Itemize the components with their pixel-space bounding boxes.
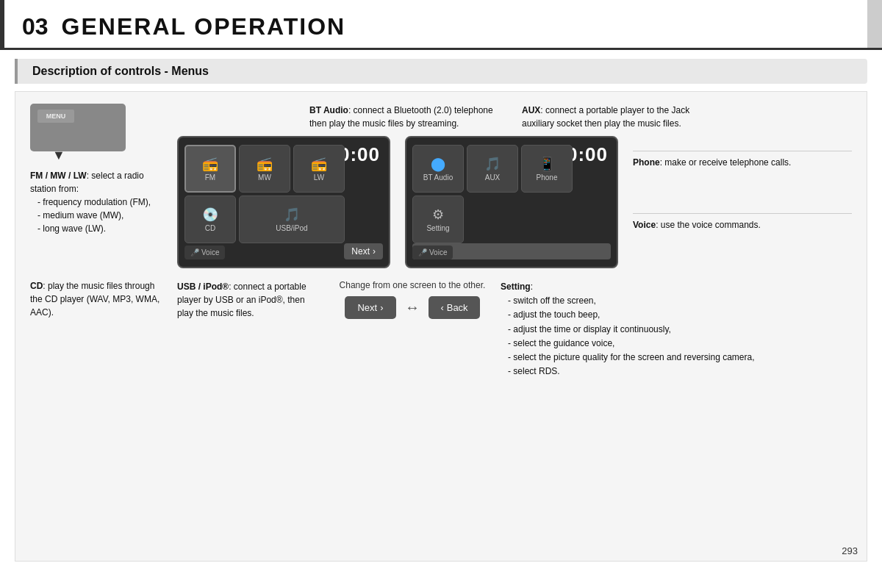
setting-item-3: adjust the time or display it continuous… — [508, 323, 852, 337]
main-content: MENU ▼ FM / MW / LW: select a radio stat… — [15, 91, 867, 562]
screen1-next-button[interactable]: Next › — [344, 243, 383, 259]
double-arrow-icon: ↔ — [405, 299, 420, 316]
setting-item-2: adjust the touch beep, — [508, 308, 852, 322]
screen-1: 10:00 📻 FM 📻 MW 📻 LW — [177, 136, 390, 268]
screen1-voice-button[interactable]: 🎤 Voice — [184, 245, 225, 259]
next-nav-button[interactable]: Next › — [345, 296, 396, 319]
mw-button[interactable]: 📻 MW — [239, 145, 290, 193]
setting-item-5: select the picture quality for the scree… — [508, 351, 852, 365]
page-header: 03 GENERAL OPERATION — [0, 0, 882, 50]
setting-item-6: select RDS. — [508, 365, 852, 379]
cd-button[interactable]: 💿 CD — [184, 196, 236, 243]
fm-item-2: medium wave (MW), — [37, 209, 162, 222]
voice-description: Voice: use the voice commands. — [633, 213, 852, 232]
setting-item-4: select the guidance voice, — [508, 337, 852, 351]
fm-item-3: long wave (LW). — [37, 222, 162, 235]
nav-buttons-row: Next › ↔ ‹ Back — [345, 296, 480, 319]
bt-audio-button[interactable]: ⬤ BT Audio — [412, 145, 464, 193]
fm-item-1: frequency modulation (FM), — [37, 196, 162, 209]
change-text: Change from one screen to the other. — [340, 280, 486, 290]
back-nav-button[interactable]: ‹ Back — [429, 296, 480, 319]
section-title: Description of controls - Menus — [32, 65, 209, 77]
section-bar: Description of controls - Menus — [15, 59, 867, 84]
phone-description: Phone: make or receive telephone calls. — [633, 151, 852, 169]
phone-button[interactable]: 📱 Phone — [521, 145, 573, 193]
lw-button[interactable]: 📻 LW — [293, 145, 345, 193]
change-screen-area: Change from one screen to the other. Nex… — [339, 280, 486, 319]
bt-audio-description: BT Audio: connect a Bluetooth (2.0) tele… — [309, 104, 507, 130]
chapter-number: 03 — [22, 13, 49, 40]
setting-item-1: switch off the screen, — [508, 294, 852, 308]
cd-description: CD: play the music files through the CD … — [30, 279, 162, 319]
left-column: MENU ▼ FM / MW / LW: select a radio stat… — [30, 104, 170, 379]
usb-ipod-button[interactable]: 🎵 USB/iPod — [239, 196, 345, 243]
aux-button[interactable]: 🎵 AUX — [467, 145, 518, 193]
screen2-voice-button[interactable]: 🎤 Voice — [412, 245, 453, 259]
right-descriptions: Phone: make or receive telephone calls. … — [633, 136, 852, 232]
page-number: 293 — [842, 545, 858, 556]
fm-button[interactable]: 📻 FM — [184, 145, 236, 193]
page-title: GENERAL OPERATION — [62, 13, 346, 40]
menu-button-label[interactable]: MENU — [46, 112, 66, 120]
bottom-area: USB / iPod®: connect a portable player b… — [177, 280, 852, 379]
setting-description: Setting: switch off the screen, adjust t… — [501, 280, 852, 379]
usb-description: USB / iPod®: connect a portable player b… — [177, 280, 324, 320]
menu-image-area: MENU ▼ — [30, 104, 162, 151]
menu-device-graphic: MENU ▼ — [30, 104, 126, 151]
screen-2: 10:00 ⬤ BT Audio 🎵 AUX 📱 Phone — [405, 136, 618, 268]
aux-description: AUX: connect a portable player to the Ja… — [522, 104, 720, 130]
setting-button[interactable]: ⚙ Setting — [412, 196, 464, 243]
fm-description: FM / MW / LW: select a radio station fro… — [30, 169, 162, 235]
